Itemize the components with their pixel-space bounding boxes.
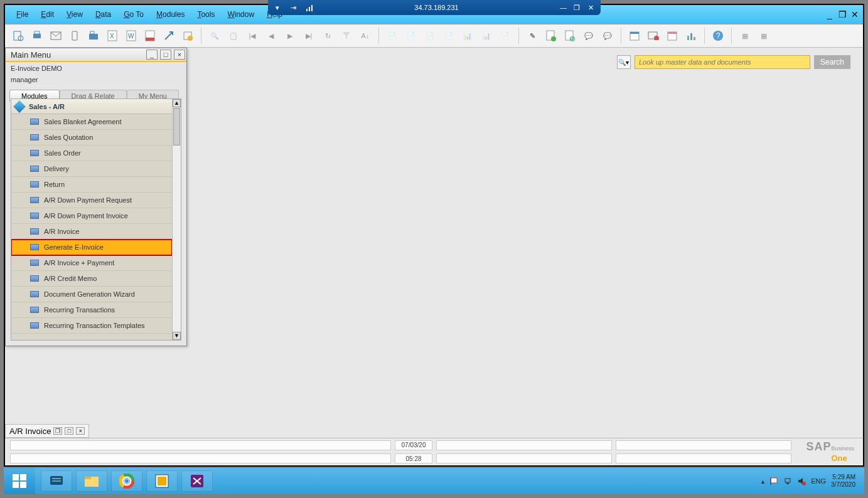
workspace: 🔍▾ Search Main Menu _ □ × E-Invoice DEMO…	[5, 48, 863, 438]
next-record-icon: ▶	[283, 29, 297, 43]
svg-rect-9	[89, 34, 98, 40]
calendar2-icon[interactable]	[665, 29, 679, 43]
tree-item[interactable]: Delivery	[11, 161, 172, 177]
tree-item[interactable]: Recurring Transactions	[11, 302, 172, 318]
folder-icon	[30, 213, 39, 219]
taskbar-visual-studio[interactable]	[181, 470, 213, 492]
restore-icon[interactable]: ❐	[572, 3, 581, 12]
search-type-dropdown[interactable]: 🔍▾	[617, 55, 631, 69]
menu-tools[interactable]: Tools	[192, 8, 220, 21]
doc4-icon: 📄	[442, 29, 456, 43]
tree-item[interactable]: A/R Down Payment Request	[11, 193, 172, 208]
tray-sound-icon[interactable]	[797, 477, 806, 485]
taskbar: ▴ ENG 5:29 AM 3/7/2020	[4, 468, 864, 494]
email-icon[interactable]	[49, 29, 63, 43]
fax-icon[interactable]	[87, 29, 100, 43]
chat2-icon[interactable]: 💬	[601, 29, 614, 43]
preview-icon[interactable]	[11, 29, 25, 43]
tree-item[interactable]: Sales Blanket Agreement	[11, 114, 172, 130]
launch-icon[interactable]	[162, 29, 176, 43]
mini-maximize-icon[interactable]: □	[65, 427, 73, 435]
chat1-icon[interactable]: 💬	[582, 29, 596, 43]
pin-icon[interactable]: ⇥	[289, 3, 298, 12]
menu-data[interactable]: Data	[90, 8, 116, 21]
find-icon: 🔍	[208, 29, 222, 43]
folder-icon	[30, 119, 39, 125]
help-icon[interactable]: ?	[711, 29, 725, 43]
word-icon[interactable]: W	[124, 29, 138, 43]
taskbar-explorer[interactable]	[76, 470, 107, 492]
tree-item[interactable]: A/R Invoice + Payment	[11, 255, 172, 271]
tree-scrollbar[interactable]: ▲ ▼	[172, 99, 181, 340]
menu-window[interactable]: Window	[222, 8, 259, 21]
tree-item[interactable]: A/R Down Payment Invoice	[11, 208, 172, 224]
scroll-up-icon[interactable]: ▲	[173, 99, 181, 107]
tree-item[interactable]: Document Generation Wizard	[11, 287, 172, 302]
tray-network-icon[interactable]	[783, 477, 792, 485]
filter-icon	[340, 29, 353, 43]
minimize-icon[interactable]: —	[559, 3, 567, 12]
search-button[interactable]: Search	[814, 55, 850, 69]
app-close-icon[interactable]: ✕	[849, 9, 860, 19]
folder-icon	[30, 260, 39, 266]
app-restore-icon[interactable]: ❐	[837, 9, 848, 19]
tree-item[interactable]: Sales Quotation	[11, 130, 172, 146]
tray-clock[interactable]: 5:29 AM 3/7/2020	[831, 474, 859, 489]
doc3-icon: 📄	[423, 29, 437, 43]
lock-icon[interactable]	[181, 29, 195, 43]
taskbar-sap[interactable]	[146, 470, 178, 492]
close-icon[interactable]: ✕	[586, 3, 595, 12]
excel-icon[interactable]: X	[105, 29, 119, 43]
mail-alert-icon[interactable]	[646, 29, 660, 43]
mm-minimize-icon[interactable]: _	[146, 50, 158, 60]
search-input[interactable]	[635, 55, 810, 69]
menu-goto[interactable]: Go To	[119, 8, 149, 21]
tree-item[interactable]: Recurring Transaction Templates	[11, 318, 172, 334]
menu-file[interactable]: File	[11, 8, 33, 21]
scroll-thumb[interactable]	[173, 108, 180, 146]
edit-form-icon[interactable]: ✎	[525, 29, 539, 43]
menu-edit[interactable]: Edit	[36, 8, 59, 21]
mm-close-icon[interactable]: ×	[174, 50, 185, 60]
folder-icon	[30, 150, 39, 156]
minimized-window-tab[interactable]: A/R Invoice ❐ □ ×	[5, 424, 89, 438]
svg-rect-38	[20, 482, 26, 488]
svg-text:?: ?	[716, 31, 721, 40]
taskbar-server-manager[interactable]	[41, 470, 72, 492]
tree-item[interactable]: Generate E-Invoice	[11, 240, 172, 255]
tree-item[interactable]: Return	[11, 177, 172, 193]
menu-modules[interactable]: Modules	[151, 8, 190, 21]
svg-rect-41	[52, 480, 61, 482]
folder-icon	[30, 244, 39, 250]
mini-restore-icon[interactable]: ❐	[53, 427, 62, 435]
tree-section-sales-ar[interactable]: Sales - A/R	[11, 99, 172, 114]
pdf-icon[interactable]	[143, 29, 157, 43]
start-button[interactable]	[4, 468, 35, 494]
mini-close-icon[interactable]: ×	[76, 427, 85, 435]
print-icon[interactable]	[30, 29, 44, 43]
chevron-down-icon[interactable]: ▾	[273, 3, 282, 12]
calendar-icon[interactable]	[628, 29, 641, 43]
tray-flag-icon[interactable]	[769, 477, 778, 485]
taskbar-chrome[interactable]	[111, 470, 142, 492]
tray-chevron-icon[interactable]: ▴	[761, 478, 764, 485]
chart-icon[interactable]	[684, 29, 698, 43]
menu-view[interactable]: View	[62, 8, 88, 21]
tray-time: 5:29 AM	[831, 474, 855, 481]
tree-item[interactable]: Sales Order	[11, 146, 172, 161]
folder-icon	[30, 197, 39, 203]
tray-lang[interactable]: ENG	[811, 477, 826, 485]
new-doc-icon[interactable]	[544, 29, 558, 43]
tree-item[interactable]: A/R Invoice	[11, 224, 172, 240]
sms-icon[interactable]	[68, 29, 82, 43]
app-minimize-icon[interactable]: _	[824, 9, 835, 19]
scroll-down-icon[interactable]: ▼	[173, 332, 181, 340]
svg-rect-43	[85, 477, 91, 479]
refresh-doc-icon[interactable]: ↻	[563, 29, 577, 43]
mm-maximize-icon[interactable]: □	[160, 50, 171, 60]
main-menu-window: Main Menu _ □ × E-Invoice DEMO manager M…	[5, 48, 187, 346]
tree-item[interactable]: A/R Credit Memo	[11, 271, 172, 287]
doc1-icon: 📄	[385, 29, 399, 43]
doc7-icon: 📄	[498, 29, 512, 43]
svg-rect-30	[687, 36, 689, 40]
